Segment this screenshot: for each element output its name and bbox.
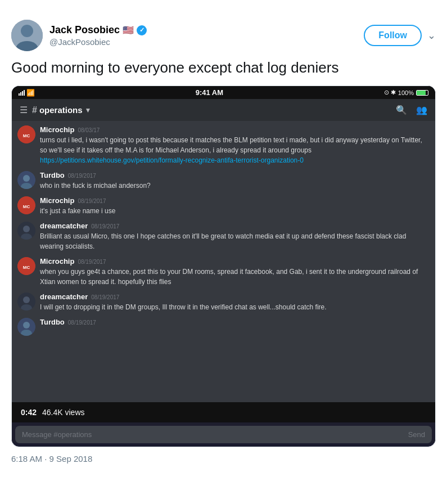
list-item: dreamcatcher 08/19/2017 I will get to dr… xyxy=(17,292,430,312)
status-time: 9:41 AM xyxy=(196,88,223,97)
svg-point-16 xyxy=(23,296,30,303)
send-button[interactable]: Send xyxy=(408,430,425,439)
list-item: MC Microchip 08/03/17 turns out i lied, … xyxy=(17,125,430,165)
list-item: Turdbo 08/19/2017 xyxy=(17,318,430,336)
wifi-icon: 📶 xyxy=(26,89,35,97)
dropdown-icon[interactable]: ▼ xyxy=(85,106,92,114)
channel-name: # operations ▼ xyxy=(32,105,91,115)
video-controls-left: 0:42 46.4K views xyxy=(21,408,85,417)
discord-messages: MC Microchip 08/03/17 turns out i lied, … xyxy=(12,121,435,402)
message-time: 08/19/2017 xyxy=(68,173,96,179)
message-author-row: Microchip 08/19/2017 xyxy=(40,257,430,266)
svg-point-19 xyxy=(23,322,30,328)
message-content: Microchip 08/03/17 turns out i lied, i w… xyxy=(40,125,430,165)
message-time: 08/19/2017 xyxy=(91,294,119,300)
list-item: Turdbo 08/19/2017 who in the fuck is mic… xyxy=(17,171,430,191)
message-author: Turdbo xyxy=(40,171,65,179)
user-handle[interactable]: @JackPosobiec xyxy=(49,37,147,47)
message-author: Microchip xyxy=(40,257,74,266)
message-author: Microchip xyxy=(40,125,74,134)
avatar xyxy=(17,292,35,310)
members-icon[interactable]: 👥 xyxy=(416,105,427,115)
phone-screen: 📶 9:41 AM ⊙ ✱ 100% ☰ # operations ▼ xyxy=(12,86,435,443)
message-time: 08/19/2017 xyxy=(91,223,119,230)
svg-point-11 xyxy=(23,226,30,232)
avatar xyxy=(17,318,35,336)
hamburger-icon[interactable]: ☰ xyxy=(20,105,28,115)
battery-percent: ⊙ ✱ xyxy=(384,89,396,96)
avatar-microchip-3: MC xyxy=(17,257,35,275)
discord-channel-header: ☰ # operations ▼ 🔍 👥 xyxy=(12,99,435,121)
message-author-row: dreamcatcher 08/19/2017 xyxy=(40,292,430,301)
tweet-container: Jack Posobiec 🇺🇸 ✓ @JackPosobiec Follow … xyxy=(11,11,436,472)
discord-header-right: 🔍 👥 xyxy=(396,105,427,115)
avatar xyxy=(17,171,35,189)
avatar: MC xyxy=(17,125,35,143)
avatar-microchip-1: MC xyxy=(17,125,35,143)
tweet-header: Jack Posobiec 🇺🇸 ✓ @JackPosobiec Follow … xyxy=(11,20,436,51)
video-overlay: 0:42 46.4K views xyxy=(12,402,435,422)
svg-text:MC: MC xyxy=(23,204,30,209)
user-info: Jack Posobiec 🇺🇸 ✓ @JackPosobiec xyxy=(49,24,147,47)
message-text: it's just a fake name i use xyxy=(40,206,430,216)
flag-icon: 🇺🇸 xyxy=(123,25,134,35)
message-content: dreamcatcher 08/19/2017 I will get to dr… xyxy=(40,292,430,312)
avatar: MC xyxy=(17,196,35,214)
battery-level: 100% xyxy=(398,89,414,96)
avatar-microchip-2: MC xyxy=(17,196,35,214)
avatar-turdbo-2 xyxy=(17,318,35,336)
message-text: Brilliant as usual Micro, this one I hop… xyxy=(40,231,430,251)
channel-name-label: operations xyxy=(39,105,83,115)
message-text: turns out i lied, i wasn't going to post… xyxy=(40,135,430,165)
verified-icon: ✓ xyxy=(137,25,147,35)
search-icon[interactable]: 🔍 xyxy=(396,105,407,115)
avatar-dreamcatcher-1 xyxy=(17,222,35,240)
message-time: 08/19/2017 xyxy=(78,198,106,204)
avatar: MC xyxy=(17,257,35,275)
message-content: Microchip 08/19/2017 it's just a fake na… xyxy=(40,196,430,216)
status-battery: ⊙ ✱ 100% xyxy=(384,89,428,96)
avatar[interactable] xyxy=(11,20,43,51)
avatar-turdbo xyxy=(17,171,35,189)
chevron-down-icon[interactable]: ⌄ xyxy=(427,29,436,42)
message-author: dreamcatcher xyxy=(40,222,88,230)
tweet-image: 📶 9:41 AM ⊙ ✱ 100% ☰ # operations ▼ xyxy=(11,86,436,447)
message-author-row: Microchip 08/19/2017 xyxy=(40,196,430,205)
message-text: who in the fuck is michael anderson? xyxy=(40,181,430,191)
message-text: when you guys ge4t a chance, post this t… xyxy=(40,267,430,287)
svg-text:MC: MC xyxy=(23,133,30,138)
video-time: 0:42 xyxy=(21,408,37,417)
avatar-dreamcatcher-2 xyxy=(17,292,35,310)
tweet-header-right: Follow ⌄ xyxy=(364,25,436,46)
message-time: 08/03/17 xyxy=(78,127,100,133)
list-item: dreamcatcher 08/19/2017 Brilliant as usu… xyxy=(17,222,430,251)
message-author: dreamcatcher xyxy=(40,292,88,301)
battery-bar-icon xyxy=(416,90,428,96)
hash-icon: # xyxy=(32,105,37,115)
message-text: I will get to dropping it in the DM grou… xyxy=(40,302,430,312)
message-time: 08/19/2017 xyxy=(78,259,106,265)
list-item: MC Microchip 08/19/2017 it's just a fake… xyxy=(17,196,430,216)
message-author: Turdbo xyxy=(40,318,65,326)
message-time: 08/19/2017 xyxy=(68,320,96,326)
message-content: Microchip 08/19/2017 when you guys ge4t … xyxy=(40,257,430,287)
message-author-row: Turdbo 08/19/2017 xyxy=(40,318,430,326)
message-link[interactable]: https://petitions.whitehouse.gov/petitio… xyxy=(40,156,304,164)
phone-status-bar: 📶 9:41 AM ⊙ ✱ 100% xyxy=(12,86,435,99)
user-name-row: Jack Posobiec 🇺🇸 ✓ xyxy=(49,24,147,36)
video-views: 46.4K views xyxy=(42,408,84,417)
tweet-header-left: Jack Posobiec 🇺🇸 ✓ @JackPosobiec xyxy=(11,20,147,51)
message-content: dreamcatcher 08/19/2017 Brilliant as usu… xyxy=(40,222,430,251)
message-author-row: Turdbo 08/19/2017 xyxy=(40,171,430,179)
tweet-text: Good morning to everyone except chat log… xyxy=(11,58,436,78)
tweet-date: 6:18 AM · 9 Sep 2018 xyxy=(11,454,436,464)
discord-header-left: ☰ # operations ▼ xyxy=(20,105,91,115)
avatar xyxy=(17,222,35,240)
follow-button[interactable]: Follow xyxy=(364,25,422,46)
message-author: Microchip xyxy=(40,196,74,205)
message-input-bar[interactable]: Message #operations Send xyxy=(15,426,432,443)
status-signal: 📶 xyxy=(19,89,35,97)
user-name[interactable]: Jack Posobiec xyxy=(49,24,120,36)
message-author-row: dreamcatcher 08/19/2017 xyxy=(40,222,430,230)
svg-point-6 xyxy=(23,175,30,182)
